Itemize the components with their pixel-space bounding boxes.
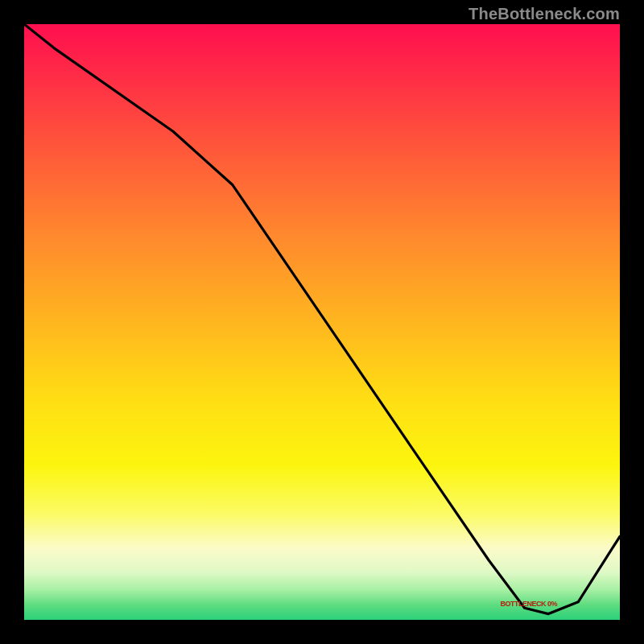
watermark-text: TheBottleneck.com xyxy=(469,5,620,23)
bottleneck-line xyxy=(24,24,620,620)
plot-area: BOTTLENECK 0% xyxy=(24,24,620,620)
chart-frame: TheBottleneck.com BOTTLENECK 0% xyxy=(0,0,644,644)
zero-bottleneck-label: BOTTLENECK 0% xyxy=(500,600,557,608)
